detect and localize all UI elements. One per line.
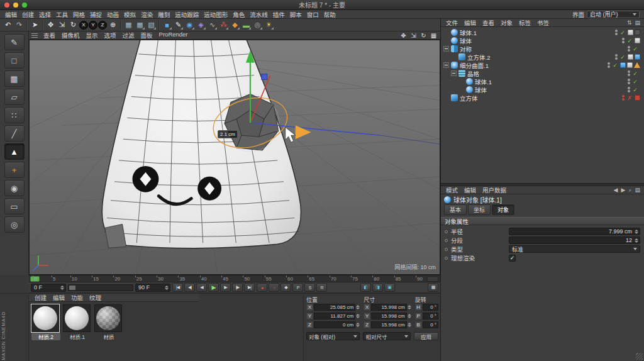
menu-item[interactable]: 模拟	[121, 10, 138, 19]
stepper-icon[interactable]	[356, 314, 360, 318]
expander-icon[interactable]	[443, 46, 449, 52]
prev-frame-button[interactable]: ◀	[196, 283, 207, 292]
attribute-tab[interactable]: 坐标	[468, 204, 491, 215]
attribute-tab[interactable]: 基本	[444, 204, 467, 215]
menu-item[interactable]: 选择	[36, 10, 53, 19]
primitive-cube-icon[interactable]: ■	[162, 19, 172, 30]
solo-off-button[interactable]: ◧	[360, 283, 371, 292]
interface-dropdown[interactable]: 启动 (用户)	[587, 11, 640, 18]
record-key-button[interactable]: ●	[257, 283, 267, 292]
toolbar-separator[interactable]	[41, 20, 45, 30]
slider-handle[interactable]	[69, 286, 75, 290]
am-list-icon[interactable]: ▤	[635, 187, 640, 194]
coordinate-value-field[interactable]: 0 °	[423, 304, 438, 311]
material-menu-item[interactable]: 纹理	[86, 293, 104, 302]
visibility-dots[interactable]	[628, 79, 630, 84]
ruler-options-button[interactable]	[427, 276, 438, 282]
x-axis-lock-icon[interactable]: X	[79, 21, 88, 30]
material-item[interactable]: 材质	[94, 304, 123, 340]
size-mode-dropdown[interactable]: 相对尺寸	[363, 332, 411, 340]
attribute-checkbox[interactable]: ✓	[509, 255, 516, 262]
attribute-menu-item[interactable]: 编辑	[461, 186, 479, 194]
stepper-icon[interactable]	[60, 286, 65, 290]
points-mode-icon[interactable]: ∷	[4, 107, 25, 123]
object-row[interactable]: 对称 ✓	[441, 45, 644, 53]
undo-icon[interactable]: ↶	[3, 19, 13, 30]
stepper-icon[interactable]	[408, 314, 412, 318]
material-thumbnail[interactable]	[31, 304, 59, 332]
solo-hierarchy-button[interactable]: ▣	[384, 283, 395, 292]
enabled-toggle[interactable]: ✗	[626, 95, 633, 101]
coordinate-value-field[interactable]: 15.998 cm	[371, 304, 406, 311]
object-tag-icon[interactable]	[628, 30, 633, 35]
spline-pen-icon[interactable]: ✎	[173, 19, 184, 30]
object-row[interactable]: 球体.1 ✓	[441, 77, 644, 86]
viewport-menu-item[interactable]: 摄像机	[58, 31, 83, 40]
object-manager-menu-item[interactable]: 书签	[534, 18, 552, 27]
object-tag-icon[interactable]	[620, 62, 626, 68]
attribute-tab[interactable]: 对象	[492, 204, 514, 215]
timeline-ruler[interactable]: 051015202530354045505560657075808590	[29, 275, 440, 282]
redo-icon[interactable]: ↷	[14, 19, 25, 30]
keyframe-selection-button[interactable]: ◆	[280, 283, 291, 292]
enabled-toggle[interactable]: ✓	[619, 30, 626, 36]
stepper-icon[interactable]	[634, 238, 640, 243]
viewport-menu-item[interactable]: ProRender	[156, 31, 191, 40]
object-row[interactable]: 细分曲面.1 ✓	[441, 61, 644, 69]
menu-item[interactable]: 渲染	[138, 10, 155, 19]
record-rotation-button[interactable]: R	[316, 283, 327, 292]
volume-icon[interactable]: ◆	[230, 19, 240, 30]
om-panel-icon[interactable]: ▤	[635, 19, 640, 26]
viewport-layout-icon[interactable]: ▦	[430, 32, 438, 39]
am-back-icon[interactable]: ◀	[614, 187, 618, 194]
polygons-mode-icon[interactable]: ▲	[4, 143, 25, 160]
viewport-menu-item[interactable]: 过滤	[119, 31, 138, 40]
current-frame-field[interactable]: 0 F	[31, 284, 66, 292]
coordinate-value-field[interactable]: 0 cm	[314, 321, 355, 328]
object-tag-icon[interactable]	[635, 38, 640, 43]
object-manager-menu-item[interactable]: 查看	[479, 18, 497, 27]
viewport-menu-item[interactable]: 面板	[138, 31, 156, 40]
move-icon[interactable]: ✥	[45, 19, 56, 30]
object-manager-menu-item[interactable]: 文件	[443, 18, 461, 27]
visibility-dots[interactable]	[622, 95, 625, 101]
solo-mode-icon[interactable]: ◎	[4, 216, 25, 233]
enable-axis-icon[interactable]: +	[4, 162, 25, 178]
toolbar-separator[interactable]	[25, 20, 29, 30]
attribute-dropdown[interactable]: 标准	[509, 245, 640, 253]
material-item[interactable]: 材质.1	[63, 304, 92, 340]
object-tag-icon[interactable]	[635, 30, 640, 35]
attribute-menu-item[interactable]: 模式	[443, 186, 461, 194]
material-thumbnail[interactable]	[94, 304, 122, 332]
menu-item[interactable]: 动画	[104, 10, 121, 19]
visibility-dots[interactable]	[628, 87, 630, 92]
stepper-icon[interactable]	[634, 230, 640, 234]
viewport-canvas[interactable]: 2.1 cm 网格间隔: 10 cm	[29, 40, 440, 275]
viewport-rotate-icon[interactable]: ↻	[419, 32, 428, 39]
autokey-button[interactable]: ○	[269, 283, 279, 292]
mograph-icon[interactable]: ⁂	[218, 19, 229, 30]
scale-icon[interactable]: ⇲	[57, 19, 67, 30]
object-row[interactable]: 球体 ✓	[441, 36, 644, 45]
object-tag-icon[interactable]	[634, 62, 640, 68]
object-tag-icon[interactable]	[627, 62, 633, 68]
go-to-start-button[interactable]: |◀	[172, 283, 183, 292]
menu-item[interactable]: 流水线	[247, 10, 270, 19]
rotate-icon[interactable]: ↻	[68, 19, 79, 30]
am-search-icon[interactable]: ⌕	[628, 187, 631, 194]
menu-item[interactable]: 编辑	[3, 10, 19, 19]
menu-item[interactable]: 捕捉	[87, 10, 104, 19]
viewport-menu-item[interactable]: 查看	[40, 31, 58, 40]
object-row[interactable]: 立方体 ✗	[441, 94, 644, 102]
deformer-icon[interactable]: ◈	[196, 19, 206, 30]
object-tag-icon[interactable]	[628, 54, 633, 60]
menu-item[interactable]: 窗口	[304, 10, 321, 19]
render-view-icon[interactable]: ▦	[123, 19, 134, 30]
attribute-value-field[interactable]: 12	[509, 236, 640, 244]
y-axis-lock-icon[interactable]: Y	[89, 21, 97, 30]
go-to-end-button[interactable]: ▶|	[244, 283, 255, 292]
viewport-menu-item[interactable]: 显示	[83, 31, 101, 40]
render-picture-viewer-icon[interactable]: ▦	[135, 19, 145, 30]
floor-icon[interactable]: ▬	[241, 19, 252, 30]
record-scale-button[interactable]: S	[304, 283, 315, 292]
